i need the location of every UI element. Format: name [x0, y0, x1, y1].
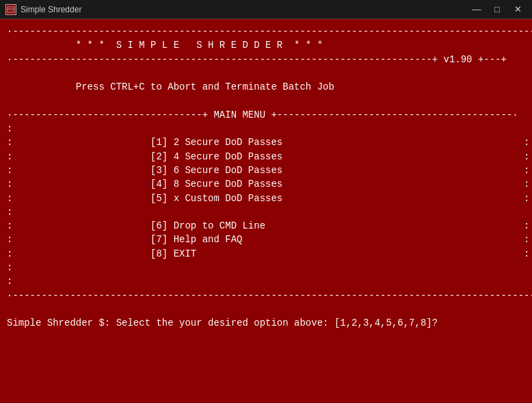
menu-item5: : [5] x Custom DoD Passes :: [7, 192, 525, 205]
app-icon: [5, 4, 16, 15]
blank2: [7, 94, 525, 107]
menu-item2: : [2] 4 Secure DoD Passes :: [7, 150, 525, 164]
titlebar-left: Simple Shredder: [5, 4, 81, 15]
minimize-button[interactable]: —: [468, 3, 486, 16]
border-version: ·---------------------------------------…: [7, 53, 525, 66]
menu-border-top: ·---------------------------------+ MAIN…: [7, 108, 525, 122]
close-button[interactable]: ✕: [509, 3, 527, 16]
menu-item8: : [8] EXIT :: [7, 247, 525, 261]
window-title: Simple Shredder: [21, 5, 81, 14]
border-top: ·---------------------------------------…: [7, 25, 525, 38]
ctrl-msg: Press CTRL+C to Abort and Terminate Batc…: [7, 80, 525, 94]
blank4: :: [7, 205, 525, 219]
menu-item6: : [6] Drop to CMD Line :: [7, 219, 525, 233]
blank7: [7, 302, 525, 316]
menu-item1: : [1] 2 Secure DoD Passes :: [7, 135, 525, 149]
menu-item7: : [7] Help and FAQ :: [7, 233, 525, 246]
blank1: [7, 66, 525, 80]
title-line: * * * S I M P L E S H R E D D E R * * * …: [7, 38, 525, 52]
svg-rect-0: [8, 7, 14, 12]
blank5: :: [7, 261, 525, 274]
blank3: :: [7, 122, 525, 135]
maximize-button[interactable]: □: [488, 3, 506, 16]
window-controls: — □ ✕: [468, 3, 527, 16]
titlebar: Simple Shredder — □ ✕: [0, 0, 532, 19]
app-window: Simple Shredder — □ ✕ ·-----------------…: [0, 0, 532, 403]
menu-border-bot: ·---------------------------------------…: [7, 289, 525, 302]
menu-item3: : [3] 6 Secure DoD Passes :: [7, 164, 525, 177]
terminal-output: ·---------------------------------------…: [0, 19, 532, 403]
menu-item4: : [4] 8 Secure DoD Passes :: [7, 177, 525, 191]
prompt-line[interactable]: Simple Shredder $: Select the your desir…: [7, 316, 525, 330]
blank6: :: [7, 274, 525, 288]
